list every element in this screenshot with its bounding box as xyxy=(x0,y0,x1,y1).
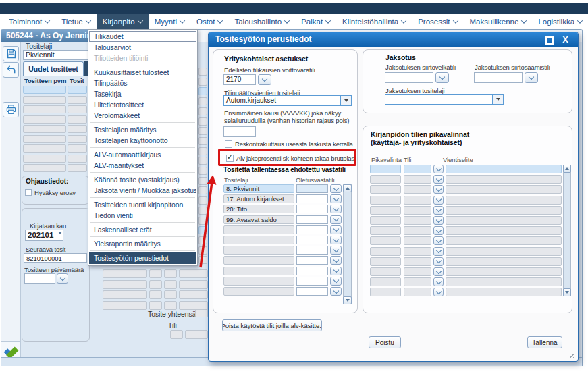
siirtovelkatili-dropdown-button[interactable] xyxy=(435,72,449,83)
menu-item-kuukausittaiset-tulosteet[interactable]: Kuukausittaiset tulosteet xyxy=(89,67,196,78)
grid-cell[interactable] xyxy=(68,164,87,172)
grid-cell[interactable] xyxy=(23,164,66,172)
form-field[interactable] xyxy=(149,269,162,278)
siirtovelkatili-input[interactable] xyxy=(385,72,433,83)
form-field[interactable] xyxy=(149,280,162,289)
pikavalinta-cell[interactable] xyxy=(370,226,401,235)
tili-cell[interactable] xyxy=(404,165,431,173)
vastatili-oletusvastatili-input[interactable] xyxy=(296,277,328,286)
vientiselite-cell[interactable] xyxy=(446,277,562,286)
tili-cell[interactable] xyxy=(404,277,431,286)
vastatili-tositelaji-cell[interactable] xyxy=(223,256,294,265)
form-field[interactable] xyxy=(179,301,208,310)
vastatili-dropdown-button[interactable] xyxy=(330,194,342,203)
menu-item-yleisraportin-määritys[interactable]: Yleisraportin määritys xyxy=(89,238,196,249)
vastatili-tositelaji-cell[interactable]: 8: Pkviennit xyxy=(223,184,294,193)
menubar-item-palkat[interactable]: Palkat xyxy=(295,14,336,29)
pikavalinta-dropdown-button[interactable] xyxy=(433,185,444,194)
vastatili-dropdown-button[interactable] xyxy=(330,225,342,234)
menu-item-tositelajien-määritys[interactable]: Tositelajien määritys xyxy=(89,124,196,135)
tili-cell[interactable] xyxy=(404,257,431,266)
menu-item-tositelajien-käyttöönotto[interactable]: Tositelajien käyttöönotto xyxy=(89,135,196,146)
print-button[interactable] xyxy=(3,102,19,117)
pikavalinta-dropdown-button[interactable] xyxy=(433,247,444,256)
menu-item-tositteiden-tuonti-kirjanpitoon[interactable]: Tositteiden tuonti kirjanpitoon xyxy=(89,199,196,210)
dialog-titlebar[interactable]: Tositesyötön perustiedot X xyxy=(209,32,578,47)
hyvaksy-checkbox[interactable] xyxy=(25,189,32,196)
save-button[interactable] xyxy=(3,46,19,61)
vastatili-oletusvastatili-input[interactable] xyxy=(296,236,328,244)
grid-cell[interactable] xyxy=(68,155,87,163)
vastatili-oletusvastatili-input[interactable] xyxy=(296,205,328,213)
menubar-item-prosessit[interactable]: Prosessit xyxy=(412,14,463,29)
vastatili-dropdown-button[interactable] xyxy=(330,246,342,255)
menu-item-alv-määritykset[interactable]: ALV-määritykset xyxy=(89,160,196,171)
vastatili-oletusvastatili-input[interactable] xyxy=(296,246,328,255)
pikavalinta-dropdown-button[interactable] xyxy=(433,175,444,184)
menu-item-käännä-tosite-vastakirjaus[interactable]: Käännä tosite (vastakirjaus) xyxy=(89,174,196,185)
grid-cell[interactable] xyxy=(68,115,87,124)
pikavalinta-cell[interactable] xyxy=(370,206,401,215)
undo-button[interactable] xyxy=(3,62,19,78)
form-field[interactable] xyxy=(149,301,162,310)
vastatili-dropdown-button[interactable] xyxy=(330,236,342,244)
vientiselite-cell[interactable] xyxy=(446,165,562,173)
voittovaratili-dropdown-button[interactable] xyxy=(258,74,271,85)
scroll-down-button[interactable] xyxy=(563,288,571,296)
pikavalinta-cell[interactable] xyxy=(370,175,401,184)
pikavalinta-cell[interactable] xyxy=(370,267,401,276)
pikavalinta-cell[interactable] xyxy=(370,165,401,173)
vastatili-dropdown-button[interactable] xyxy=(330,184,342,193)
tositelaji-input[interactable]: Pkviennit xyxy=(23,50,88,60)
pikavalinta-cell[interactable] xyxy=(370,216,401,225)
menu-item-verolomakkeet[interactable]: Verolomakkeet xyxy=(89,110,196,121)
form-field[interactable] xyxy=(179,269,208,278)
combo-dropdown-button[interactable] xyxy=(492,95,503,104)
vastatili-dropdown-button[interactable] xyxy=(330,215,342,224)
pikavalinta-dropdown-button[interactable] xyxy=(433,206,444,215)
vastatili-scrollbar-track[interactable] xyxy=(343,184,352,304)
menubar-item-tietue[interactable]: Tietue xyxy=(55,14,97,29)
form-field[interactable] xyxy=(103,301,147,310)
vastatili-tositelaji-cell[interactable] xyxy=(223,225,294,234)
vientiselite-cell[interactable] xyxy=(446,185,562,194)
siirtosaamistili-dropdown-button[interactable] xyxy=(525,72,538,83)
menu-item-laskennalliset-erät[interactable]: Laskennalliset erät xyxy=(89,224,196,235)
form-field[interactable] xyxy=(103,269,147,278)
vastatili-oletusvastatili-input[interactable] xyxy=(296,256,328,265)
grid-cell[interactable] xyxy=(23,86,66,94)
vastatili-dropdown-button[interactable] xyxy=(330,267,342,275)
siirtosaamistili-input[interactable] xyxy=(474,72,523,83)
menubar-item-kiinteistöhallinta[interactable]: Kiinteistöhallinta xyxy=(336,14,412,29)
grid-cell[interactable] xyxy=(68,144,87,153)
poistu-button[interactable]: Poistu xyxy=(369,336,401,348)
menu-item-tiedon-vienti[interactable]: Tiedon vienti xyxy=(89,210,196,221)
vastatili-dropdown-button[interactable] xyxy=(330,277,342,286)
poista-kaytosta-button[interactable]: Poista käytöstä tilit joilla alv-käsitte… xyxy=(222,319,322,331)
grid-cell[interactable] xyxy=(68,105,87,113)
form-field[interactable] xyxy=(164,301,177,310)
pikavalinta-cell[interactable] xyxy=(370,196,401,205)
menubar-item-maksuliikenne[interactable]: Maksuliikenne xyxy=(464,14,533,29)
vientiselite-cell[interactable] xyxy=(446,288,562,296)
vastatili-tositelaji-cell[interactable]: 20: Tito xyxy=(223,205,294,213)
tili-field[interactable] xyxy=(185,330,208,339)
alv-checkbox[interactable]: ✓ xyxy=(226,155,234,162)
pikavalinta-dropdown-button[interactable] xyxy=(433,277,444,286)
grid-cell[interactable] xyxy=(23,115,66,124)
resize-grip[interactable] xyxy=(568,352,574,358)
vientiselite-cell[interactable] xyxy=(446,226,562,235)
menu-item-tositesyötön-perustiedot[interactable]: Tositesyötön perustiedot xyxy=(89,252,196,264)
vastatili-oletusvastatili-input[interactable] xyxy=(296,225,328,234)
tositenumero-field[interactable]: 8210100001 xyxy=(24,253,87,263)
vastatili-tositelaji-cell[interactable] xyxy=(223,287,294,296)
menu-item-jaksota-vienti-muokkaa-jaksotusta[interactable]: Jaksota vienti / Muokkaa jaksotusta xyxy=(89,185,196,196)
grid-cell[interactable] xyxy=(23,135,66,143)
tab-uudet-tositteet[interactable]: Uudet tositteet xyxy=(23,61,84,76)
voittovaratili-input[interactable]: 2170 xyxy=(223,74,256,85)
pikavalinta-dropdown-button[interactable] xyxy=(433,236,444,245)
vientiselite-cell[interactable] xyxy=(446,175,562,184)
menu-item-alv-automaattikirjaus[interactable]: ALV-automaattikirjaus xyxy=(89,149,196,160)
scroll-down-button[interactable] xyxy=(343,296,352,304)
form-field[interactable] xyxy=(179,290,208,299)
